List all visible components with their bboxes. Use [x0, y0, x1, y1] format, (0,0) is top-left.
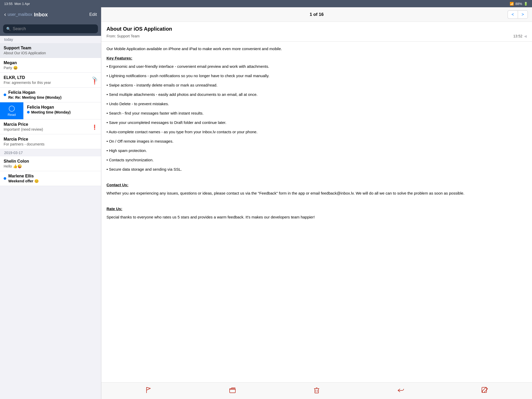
- status-time-date: 13:55 Mon 1 Apr: [4, 2, 30, 6]
- email-item-megan[interactable]: Megan Party 😀: [0, 58, 101, 73]
- email-sender: Marlene Ellis: [8, 174, 97, 178]
- email-sender: Shelin Colon: [4, 159, 97, 164]
- bullet-5: • Undo Delete - to prevent mistakes.: [107, 101, 527, 107]
- search-placeholder: Search: [13, 26, 26, 31]
- status-indicators: 📶 88% 🔋: [510, 2, 528, 6]
- contact-us-text: Whether you are experiencing any issues,…: [107, 190, 527, 196]
- email-title: About Our iOS Application: [107, 26, 527, 32]
- section-today: today: [0, 36, 101, 43]
- swipe-overlay: ◯ Read Felicia Hogan Meeting time (Monda…: [0, 102, 101, 119]
- section-date-2019: 2019-03-17: [0, 149, 101, 156]
- search-icon: 🔍: [6, 27, 11, 31]
- email-sender: Marcia Price: [4, 137, 97, 142]
- email-list: today Support Team About Our iOS Applica…: [0, 36, 101, 399]
- email-subject: Weekend offer 😊: [8, 179, 97, 183]
- email-time: 13:52: [513, 34, 522, 38]
- main-container: ‹ user_mailbox Inbox Edit 🔍 Search today…: [0, 7, 532, 399]
- email-item-elkr[interactable]: ELKR, LTD Frw: agreements for this year …: [0, 73, 101, 88]
- compose-button[interactable]: [479, 385, 490, 397]
- bottom-toolbar: [101, 382, 532, 399]
- rate-us-heading: Rate Us:: [107, 206, 527, 212]
- flag-button[interactable]: [143, 385, 154, 397]
- email-item-marcia-2[interactable]: Marcia Price For partners - documents: [0, 134, 101, 149]
- email-from: From: Support Team: [107, 34, 139, 38]
- email-subject: Important! (need review): [4, 127, 92, 131]
- mailbox-name[interactable]: user_mailbox: [8, 12, 32, 17]
- email-subject: Re: Re: Meeting time (Monday): [8, 95, 97, 99]
- status-bar: 13:55 Mon 1 Apr 📶 88% 🔋: [0, 0, 532, 7]
- email-subject: About Our iOS Application: [4, 51, 97, 55]
- key-features-bullets: • Ergonomic and user-friendly interface …: [107, 63, 527, 172]
- unread-dot: [4, 177, 6, 180]
- nav-counter: 1 of 16: [310, 12, 324, 17]
- email-intro: Our Mobile Application available on iPho…: [107, 46, 527, 52]
- sidebar-header: ‹ user_mailbox Inbox Edit: [0, 7, 101, 22]
- delete-button[interactable]: [311, 385, 322, 397]
- unread-dot: [27, 111, 30, 114]
- swipe-read-button[interactable]: ◯ Read: [0, 102, 23, 119]
- bullet-7: • Save your uncompleted messages to Draf…: [107, 119, 527, 126]
- email-sender: Felicia Hogan: [27, 105, 97, 110]
- search-input-wrap[interactable]: 🔍 Search: [3, 24, 98, 33]
- rate-us-text: Special thanks to everyone who rates us …: [107, 214, 527, 220]
- nav-buttons: < >: [508, 10, 528, 19]
- svg-rect-1: [315, 389, 318, 393]
- email-time-wrap: 13:52 ◀: [513, 34, 527, 38]
- bullet-1: • Ergonomic and user-friendly interface …: [107, 63, 527, 70]
- email-item-shelin[interactable]: Shelin Colon Hello 👍😜: [0, 156, 101, 171]
- reply-button[interactable]: [395, 385, 406, 397]
- inbox-title: Inbox: [34, 12, 48, 18]
- bullet-3: • Swipe actions - instantly delete email…: [107, 82, 527, 88]
- bullet-6: • Search - find your messages faster wit…: [107, 110, 527, 116]
- email-subject-swipe: Meeting time (Monday): [31, 110, 71, 114]
- bullet-9: • On / Off remote images in messages.: [107, 138, 527, 144]
- email-sender: Felicia Hogan: [8, 90, 97, 95]
- detail-arrow[interactable]: ◀: [524, 34, 527, 38]
- priority-icon: ❗: [92, 124, 97, 129]
- wifi-icon: 📶: [510, 2, 514, 6]
- email-item-marlene[interactable]: Marlene Ellis Weekend offer 😊: [0, 171, 101, 186]
- content-toolbar: 1 of 16 < >: [101, 7, 532, 22]
- battery-icon: 🔋: [524, 2, 528, 6]
- email-sender: ELKR, LTD: [4, 75, 92, 80]
- email-subject: Party 😀: [4, 66, 97, 70]
- bullet-8: • Auto-complete contact names - as you t…: [107, 129, 527, 135]
- nav-prev-button[interactable]: <: [508, 10, 517, 19]
- read-circle-icon: ◯: [9, 105, 15, 112]
- email-sender: Support Team: [4, 46, 97, 50]
- battery-label: 88%: [515, 2, 522, 6]
- email-body: Our Mobile Application available on iPho…: [101, 42, 532, 382]
- email-subject: Hello 👍😜: [4, 164, 97, 168]
- bullet-12: • Secure data storage and sending via SS…: [107, 166, 527, 172]
- email-item-support[interactable]: Support Team About Our iOS Application: [0, 43, 101, 58]
- email-subject: For partners - documents: [4, 142, 97, 146]
- email-header: About Our iOS Application From: Support …: [101, 22, 532, 42]
- bullet-4: • Send multiple attachments - easily add…: [107, 91, 527, 98]
- edit-button[interactable]: Edit: [89, 12, 97, 17]
- unread-dot: [4, 94, 6, 96]
- contact-us-heading: Contact Us:: [107, 182, 527, 188]
- swipe-read-label: Read: [8, 113, 16, 117]
- back-button[interactable]: ‹: [4, 11, 6, 18]
- email-subject: Frw: agreements for this year: [4, 81, 92, 85]
- email-sender: Marcia Price: [4, 122, 92, 127]
- search-bar-container: 🔍 Search: [0, 22, 101, 36]
- folder-button[interactable]: [227, 385, 238, 397]
- email-sender: Megan: [4, 61, 97, 65]
- email-item-marcia-1[interactable]: Marcia Price Important! (need review) ❗: [0, 119, 101, 134]
- sidebar: ‹ user_mailbox Inbox Edit 🔍 Search today…: [0, 7, 101, 399]
- bullet-10: • High spam protection.: [107, 148, 527, 154]
- email-meta: From: Support Team 13:52 ◀: [107, 34, 527, 38]
- email-item-felicia-unread[interactable]: Felicia Hogan Re: Re: Meeting time (Mond…: [0, 88, 101, 102]
- content-pane: 1 of 16 < > About Our iOS Application Fr…: [101, 7, 532, 399]
- key-features-heading: Key Features:: [107, 55, 527, 61]
- bullet-2: • Lightning notifications - push notific…: [107, 73, 527, 79]
- bullet-11: • Contacts synchronization.: [107, 157, 527, 163]
- swipe-content[interactable]: Felicia Hogan Meeting time (Monday): [23, 102, 101, 119]
- nav-next-button[interactable]: >: [518, 10, 528, 19]
- sidebar-header-left: ‹ user_mailbox Inbox: [4, 11, 48, 18]
- priority-icon: ❗: [92, 79, 97, 85]
